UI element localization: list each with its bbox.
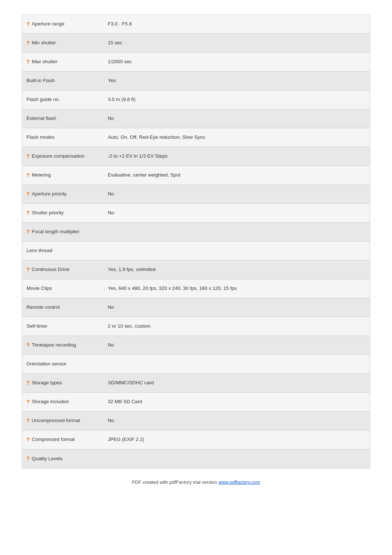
label-text: Built-in Flash bbox=[26, 77, 55, 84]
table-row: ?Compressed formatJPEG (EXIF 2.2) bbox=[22, 430, 370, 449]
table-row: ?Aperture priorityNo bbox=[22, 185, 370, 204]
row-label: Orientation sensor bbox=[22, 355, 102, 373]
label-text: Flash guide no. bbox=[26, 96, 60, 103]
row-value: 15 sec bbox=[102, 34, 370, 52]
row-value: F3.0 - F5.8 bbox=[102, 15, 370, 33]
question-icon: ? bbox=[26, 191, 30, 198]
row-value bbox=[102, 449, 370, 468]
question-icon: ? bbox=[26, 455, 30, 462]
row-value: 3.0 m (9.8 ft) bbox=[102, 90, 370, 109]
row-value: No bbox=[102, 185, 370, 203]
row-label: ?Compressed format bbox=[22, 430, 102, 449]
label-text: External flash bbox=[26, 115, 56, 122]
row-value: 1/2000 sec bbox=[102, 53, 370, 71]
label-text: Self-timer bbox=[26, 323, 48, 330]
row-value: No bbox=[102, 412, 370, 430]
row-value: Yes bbox=[102, 72, 370, 90]
label-text: Remote control bbox=[26, 304, 60, 311]
table-row: ?Max shutter1/2000 sec bbox=[22, 53, 370, 72]
table-row: ?Focal length multiplier bbox=[22, 223, 370, 242]
row-label: ?Max shutter bbox=[22, 53, 102, 71]
row-value bbox=[102, 223, 370, 241]
question-icon: ? bbox=[26, 153, 30, 160]
row-value: Yes, 1.9 fps, unlimited bbox=[102, 260, 370, 279]
row-label: Movie Clips bbox=[22, 279, 102, 298]
footer-text: PDF created with pdfFactory trial versio… bbox=[132, 479, 218, 485]
footer: PDF created with pdfFactory trial versio… bbox=[22, 479, 370, 485]
row-label: Self-timer bbox=[22, 317, 102, 336]
question-icon: ? bbox=[26, 417, 30, 425]
question-icon: ? bbox=[26, 266, 30, 274]
question-icon: ? bbox=[26, 21, 30, 28]
question-icon: ? bbox=[26, 58, 30, 66]
row-label: ?Exposure compensation bbox=[22, 147, 102, 166]
row-label: ?Focal length multiplier bbox=[22, 223, 102, 241]
table-row: ?Uncompressed formatNo bbox=[22, 412, 370, 430]
row-label: ?Storage types bbox=[22, 374, 102, 392]
table-row: Movie ClipsYes, 640 x 480, 20 fps, 320 x… bbox=[22, 279, 370, 298]
table-row: ?Shutter priorityNo bbox=[22, 204, 370, 223]
label-text: Movie Clips bbox=[26, 285, 52, 292]
row-label: ?Shutter priority bbox=[22, 204, 102, 222]
label-text: Uncompressed format bbox=[32, 417, 80, 424]
table-row: Remote controlNo bbox=[22, 298, 370, 317]
specs-table: ?Aperture rangeF3.0 - F5.8?Min shutter15… bbox=[22, 15, 370, 469]
row-label: External flash bbox=[22, 109, 102, 128]
row-value: Evaluative, center weighted, Spot bbox=[102, 166, 370, 185]
label-text: Exposure compensation bbox=[32, 153, 85, 160]
row-value: JPEG (EXIF 2.2) bbox=[102, 430, 370, 449]
label-text: Timelapse recording bbox=[32, 342, 76, 349]
label-text: Aperture priority bbox=[32, 191, 67, 198]
row-value: Auto, On, Off, Red-Eye reduction, Slow S… bbox=[102, 128, 370, 147]
table-row: Built-in FlashYes bbox=[22, 72, 370, 90]
footer-link[interactable]: www.pdffactory.com bbox=[219, 479, 260, 485]
row-value: 32 MB SD Card bbox=[102, 393, 370, 411]
label-text: Storage included bbox=[32, 398, 69, 405]
table-row: ?Storage included32 MB SD Card bbox=[22, 393, 370, 412]
table-row: ?Quality Levels bbox=[22, 449, 370, 468]
row-value: No bbox=[102, 109, 370, 128]
row-label: Remote control bbox=[22, 298, 102, 317]
row-label: Flash guide no. bbox=[22, 90, 102, 109]
label-text: Metering bbox=[32, 172, 51, 179]
label-text: Storage types bbox=[32, 380, 62, 386]
label-text: Min shutter bbox=[32, 40, 56, 46]
label-text: Continuous Drive bbox=[32, 266, 70, 273]
label-text: Compressed format bbox=[32, 436, 75, 443]
row-label: ?Quality Levels bbox=[22, 449, 102, 468]
table-row: Flash modesAuto, On, Off, Red-Eye reduct… bbox=[22, 128, 370, 147]
row-label: ?Uncompressed format bbox=[22, 412, 102, 430]
label-text: Shutter priority bbox=[32, 210, 64, 216]
label-text: Lens thread bbox=[26, 247, 52, 254]
row-label: Flash modes bbox=[22, 128, 102, 147]
table-row: Self-timer2 or 10 sec, custom bbox=[22, 317, 370, 336]
row-label: Lens thread bbox=[22, 242, 102, 260]
row-value: No bbox=[102, 298, 370, 317]
question-icon: ? bbox=[26, 40, 30, 47]
question-icon: ? bbox=[26, 228, 30, 236]
table-row: ?Exposure compensation-2 to +2 EV in 1/3… bbox=[22, 147, 370, 166]
table-row: Orientation sensor bbox=[22, 355, 370, 374]
label-text: Focal length multiplier bbox=[32, 228, 79, 235]
question-icon: ? bbox=[26, 398, 30, 406]
label-text: Max shutter bbox=[32, 58, 58, 65]
row-value: 2 or 10 sec, custom bbox=[102, 317, 370, 336]
row-label: ?Storage included bbox=[22, 393, 102, 411]
row-label: ?Timelapse recording bbox=[22, 336, 102, 355]
row-value: No bbox=[102, 204, 370, 222]
label-text: Flash modes bbox=[26, 134, 54, 141]
table-row: ?Timelapse recordingNo bbox=[22, 336, 370, 355]
table-row: Lens thread bbox=[22, 242, 370, 260]
table-row: ?MeteringEvaluative, center weighted, Sp… bbox=[22, 166, 370, 185]
row-value bbox=[102, 355, 370, 373]
question-icon: ? bbox=[26, 210, 30, 217]
row-label: ?Aperture range bbox=[22, 15, 102, 33]
question-icon: ? bbox=[26, 172, 30, 179]
row-label: Built-in Flash bbox=[22, 72, 102, 90]
row-label: ?Min shutter bbox=[22, 34, 102, 52]
row-value: Yes, 640 x 480, 20 fps, 320 x 240, 30 fp… bbox=[102, 279, 370, 298]
table-row: ?Storage typesSD/MMC/SDHC card bbox=[22, 374, 370, 393]
table-row: ?Min shutter15 sec bbox=[22, 34, 370, 53]
label-text: Aperture range bbox=[32, 21, 65, 28]
row-value: No bbox=[102, 336, 370, 355]
